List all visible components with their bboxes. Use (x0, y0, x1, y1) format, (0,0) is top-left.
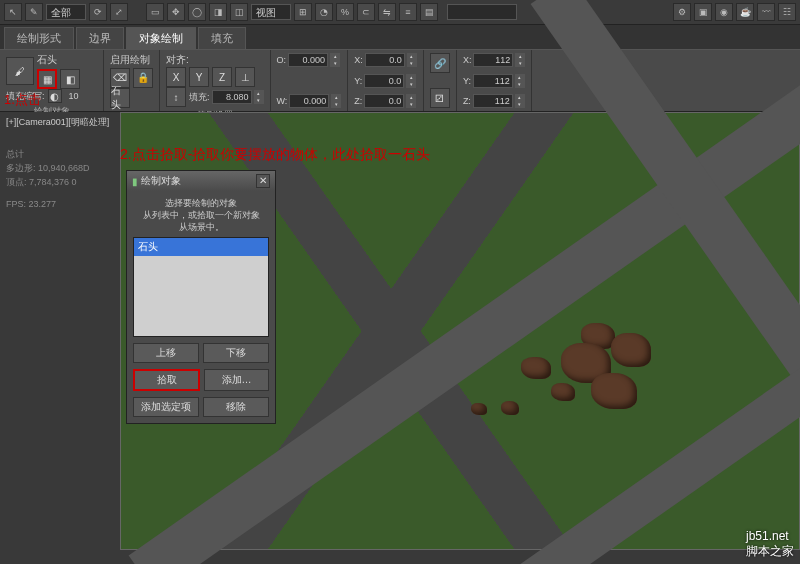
align-icon[interactable]: ≡ (399, 3, 417, 21)
angle-snap-icon[interactable]: ◔ (315, 3, 333, 21)
paint-objects-dialog: ▮ 绘制对象 ✕ 选择要绘制的对象 从列表中，或拾取一个新对象 从场景中。 石头… (126, 170, 276, 424)
stat-polys: 多边形: 10,940,668D (6, 162, 114, 175)
search-input[interactable] (447, 4, 517, 20)
paint-brush-icon[interactable]: 🖌 (6, 57, 34, 85)
refresh-icon[interactable]: ⟳ (89, 3, 107, 21)
align-x-icon[interactable]: X (166, 67, 186, 87)
rot-y[interactable]: Y:▴▾ (354, 74, 416, 88)
cursor-icon[interactable]: ↖ (4, 3, 22, 21)
fill-opt-icon[interactable]: ◐ (48, 89, 62, 103)
tab-object-paint[interactable]: 对象绘制 (126, 27, 196, 49)
layer-icon[interactable]: ▤ (420, 3, 438, 21)
brush-icon[interactable]: ✎ (25, 3, 43, 21)
view-icon[interactable]: ◫ (230, 3, 248, 21)
stat-fps: FPS: 23.277 (6, 199, 114, 209)
current-object-button[interactable]: 石头 (110, 88, 130, 108)
stroke-value[interactable] (212, 90, 252, 104)
scl-z[interactable]: Z:▴▾ (463, 94, 525, 108)
main-toolbar: ↖ ✎ 全部 ⟳ ⤢ ▭ ✥ ◯ ◨ ◫ 视图 ⊞ ◔ % ⊂ ⇋ ≡ ▤ ⚙ … (0, 0, 800, 25)
percent-snap-icon[interactable]: % (336, 3, 354, 21)
pick-button[interactable]: 拾取 (133, 369, 200, 391)
schematic-icon[interactable]: ☷ (778, 3, 796, 21)
annotation-1: 1.点击 (4, 91, 41, 109)
move-icon[interactable]: ✥ (167, 3, 185, 21)
render-frame-icon[interactable]: ▣ (694, 3, 712, 21)
scale-lock-icon[interactable]: 🔗 (430, 53, 450, 73)
expand-icon[interactable]: ⤢ (110, 3, 128, 21)
dialog-titlebar[interactable]: ▮ 绘制对象 ✕ (127, 171, 275, 191)
app-icon: ▮ (132, 176, 138, 187)
ribbon-tabbar: 绘制形式 边界 对象绘制 填充 (0, 25, 800, 50)
object-dropdown[interactable]: 石头 (37, 53, 97, 67)
ribbon-group-align: 对齐: X Y Z ⊥ ↕ 填充: ▴▾ 笔刷设置 (160, 50, 271, 111)
curve-editor-icon[interactable]: 〰 (757, 3, 775, 21)
tab-boundary[interactable]: 边界 (76, 27, 124, 49)
move-down-button[interactable]: 下移 (203, 343, 269, 363)
teapot-icon[interactable]: ☕ (736, 3, 754, 21)
align-y-icon[interactable]: Y (189, 67, 209, 87)
align-surface-icon[interactable]: ⊥ (235, 67, 255, 87)
tab-fill[interactable]: 填充 (198, 27, 246, 49)
offset-o[interactable]: O:▴▾ (277, 53, 341, 67)
lock-icon[interactable]: 🔒 (133, 68, 153, 88)
select-icon[interactable]: ▭ (146, 3, 164, 21)
ribbon-group-rotation: X:▴▾ Y:▴▾ Z:▴▾ (348, 50, 424, 111)
watermark: jb51.net脚本之家 (746, 529, 794, 560)
scale-icon[interactable]: ◨ (209, 3, 227, 21)
stat-total: 总计 (6, 148, 114, 161)
dialog-hint: 选择要绘制的对象 从列表中，或拾取一个新对象 从场景中。 (133, 197, 269, 233)
ribbon-group-offset: O:▴▾ W:▴▾ (271, 50, 349, 111)
snap-icon[interactable]: ⊞ (294, 3, 312, 21)
rot-x[interactable]: X:▴▾ (354, 53, 417, 67)
rot-z[interactable]: Z:▴▾ (354, 94, 416, 108)
list-item[interactable]: 石头 (134, 238, 268, 256)
rocks-cluster (461, 313, 661, 433)
dialog-title: 绘制对象 (141, 174, 181, 188)
add-button[interactable]: 添加… (204, 369, 269, 391)
enable-paint-label: 启用绘制 (110, 53, 153, 67)
object-listbox[interactable]: 石头 (133, 237, 269, 337)
scl-x[interactable]: X:▴▾ (463, 53, 526, 67)
main-area: [+][Camera001][明暗处理] 总计 多边形: 10,940,668D… (0, 112, 800, 550)
viewport-label: [+][Camera001][明暗处理] (6, 116, 114, 129)
coord-dropdown[interactable]: 视图 (251, 4, 291, 20)
align-label: 对齐: (166, 53, 264, 67)
offset-w[interactable]: W:▴▾ (277, 94, 342, 108)
paint-on-icon[interactable]: ◧ (60, 69, 80, 89)
stats-panel: [+][Camera001][明暗处理] 总计 多边形: 10,940,668D… (0, 112, 120, 550)
scope-dropdown[interactable]: 全部 (46, 4, 86, 20)
material-icon[interactable]: ◉ (715, 3, 733, 21)
flip-icon[interactable]: ↕ (166, 87, 186, 107)
scale-dice-icon[interactable]: ⚂ (430, 88, 450, 108)
stroke-spinner[interactable]: 填充: ▴▾ (189, 90, 264, 104)
remove-button[interactable]: 移除 (203, 397, 269, 417)
stat-verts: 顶点: 7,784,376 0 (6, 176, 114, 189)
magnet-icon[interactable]: ⊂ (357, 3, 375, 21)
ribbon: 🖌 石头 ▦ ◧ 填充缩写: ◐ 10 绘制对象 启用绘制 ⌫ 🔒 石头 对齐:… (0, 50, 800, 112)
annotation-2: 2.点击拾取-拾取你要摆放的物体，此处拾取一石头 (120, 146, 430, 164)
add-selected-button[interactable]: 添加选定项 (133, 397, 199, 417)
ribbon-group-scale: X:▴▾ Y:▴▾ Z:▴▾ (457, 50, 533, 111)
ribbon-group-lock: 🔗 ⚂ (424, 50, 457, 111)
move-up-button[interactable]: 上移 (133, 343, 199, 363)
render-setup-icon[interactable]: ⚙ (673, 3, 691, 21)
align-z-icon[interactable]: Z (212, 67, 232, 87)
ribbon-group-enable: 启用绘制 ⌫ 🔒 石头 (104, 50, 160, 111)
scl-y[interactable]: Y:▴▾ (463, 74, 525, 88)
edit-object-list-button[interactable]: ▦ (37, 69, 57, 89)
tab-paint-style[interactable]: 绘制形式 (4, 27, 74, 49)
close-icon[interactable]: ✕ (256, 174, 270, 188)
mirror-icon[interactable]: ⇋ (378, 3, 396, 21)
rotate-icon[interactable]: ◯ (188, 3, 206, 21)
